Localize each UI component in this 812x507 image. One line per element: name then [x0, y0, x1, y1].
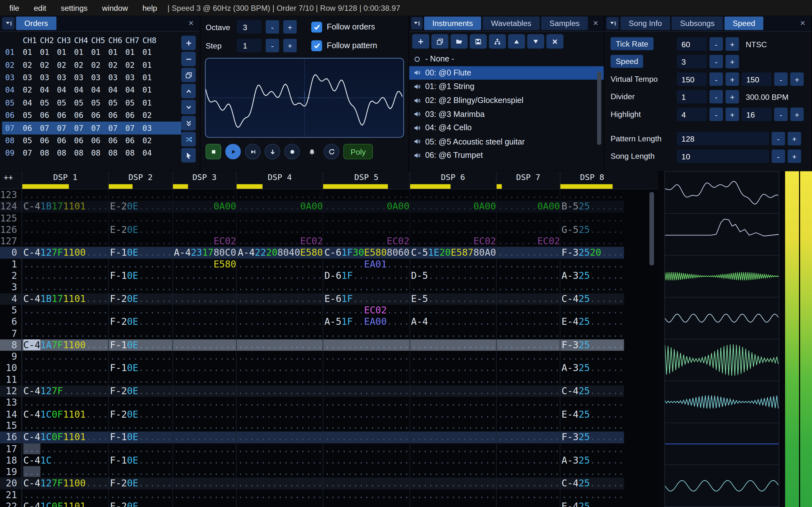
- order-cell[interactable]: 04: [74, 86, 91, 95]
- order-cell[interactable]: 01: [108, 48, 125, 57]
- order-cell[interactable]: 03: [108, 73, 125, 82]
- pattern-cell[interactable]: ...............: [236, 282, 323, 293]
- channel-header[interactable]: DSP 8: [560, 171, 624, 189]
- pattern-row[interactable]: 19......................................…: [0, 466, 624, 477]
- menu-item-file[interactable]: file: [2, 3, 27, 12]
- poly-toggle-button[interactable]: Poly: [343, 144, 373, 159]
- octave-increment-button[interactable]: +: [283, 20, 297, 34]
- pattern-cell[interactable]: C-41C..........: [22, 455, 108, 466]
- pattern-cell[interactable]: F-20E......: [108, 478, 172, 489]
- pattern-cell[interactable]: ...............: [409, 339, 496, 351]
- instrument-move-down-button[interactable]: [527, 34, 544, 49]
- pattern-cell[interactable]: ...............: [409, 432, 496, 443]
- pattern-cell[interactable]: ...............: [323, 489, 409, 501]
- pattern-cell[interactable]: ...........: [560, 397, 624, 408]
- order-cell[interactable]: 02: [23, 86, 40, 95]
- pattern-cell[interactable]: E-425......: [560, 316, 624, 328]
- pattern-row[interactable]: 13......................................…: [0, 397, 624, 408]
- order-row[interactable]: 010101010101010101: [2, 46, 182, 59]
- pattern-row[interactable]: 8C-41A7F1100....F-10E...................…: [0, 339, 624, 351]
- tab-orders[interactable]: Orders: [16, 16, 56, 30]
- pattern-cell[interactable]: ...............: [236, 432, 323, 443]
- octave-decrement-button[interactable]: -: [266, 20, 279, 34]
- pattern-row[interactable]: 3.......................................…: [0, 282, 624, 293]
- pattern-cell[interactable]: ...........: [496, 466, 560, 477]
- pattern-cell[interactable]: ...............: [323, 455, 409, 466]
- pattern-cell[interactable]: ...............: [236, 478, 323, 489]
- pattern-cell[interactable]: ...............: [22, 351, 108, 362]
- order-cell[interactable]: 02: [142, 136, 159, 145]
- pattern-cell[interactable]: ...........: [172, 282, 236, 293]
- channel-header[interactable]: DSP 7: [496, 171, 560, 189]
- pattern-cell[interactable]: F-10E......: [108, 339, 172, 351]
- pattern-cell[interactable]: ...............: [409, 478, 496, 489]
- order-cell[interactable]: 08: [74, 149, 91, 158]
- pattern-cell[interactable]: F-10E......: [108, 270, 172, 281]
- pattern-cell[interactable]: C-425......: [560, 478, 624, 489]
- pattern-cell[interactable]: ...............: [22, 305, 108, 316]
- pattern-cell[interactable]: F-325......: [560, 432, 624, 443]
- pattern-cell[interactable]: ...............: [236, 339, 323, 351]
- panel-menu-icon[interactable]: [606, 17, 619, 30]
- order-cell[interactable]: 05: [40, 98, 57, 107]
- pattern-cell[interactable]: C-4127F1100....: [22, 478, 108, 489]
- song-length-increment-button[interactable]: +: [788, 150, 801, 163]
- highlight-increment-button[interactable]: +: [725, 108, 739, 121]
- pattern-cell[interactable]: F-20E......: [108, 293, 172, 304]
- pattern-cell[interactable]: ...........: [172, 351, 236, 362]
- pattern-cell[interactable]: ...........: [560, 235, 624, 247]
- pattern-cell[interactable]: ...............: [323, 212, 409, 224]
- order-cell[interactable]: 05: [57, 98, 74, 107]
- order-cell[interactable]: 05: [108, 98, 125, 107]
- pattern-cell[interactable]: ...........: [560, 443, 624, 454]
- order-cell[interactable]: 06: [74, 111, 91, 120]
- order-cell[interactable]: 02: [23, 60, 40, 69]
- pattern-cell[interactable]: ...............: [22, 443, 108, 454]
- follow-pattern-checkbox[interactable]: Follow pattern: [311, 40, 377, 51]
- divider-increment-button[interactable]: +: [725, 90, 739, 103]
- pattern-cell[interactable]: ...........: [108, 351, 172, 362]
- pattern-cell[interactable]: ...............: [22, 282, 108, 293]
- tab-song-info[interactable]: Song Info: [620, 16, 670, 30]
- order-cell[interactable]: 03: [57, 73, 74, 82]
- pattern-cell[interactable]: ...........: [496, 316, 560, 328]
- pattern-cell[interactable]: ...........: [496, 282, 560, 293]
- pattern-cell[interactable]: F-32520....: [560, 247, 624, 259]
- pattern-cell[interactable]: ...........: [496, 501, 560, 507]
- tab-speed[interactable]: Speed: [724, 16, 763, 30]
- order-cell[interactable]: 01: [91, 48, 108, 57]
- pattern-cell[interactable]: ...........: [496, 212, 560, 224]
- pattern-cell[interactable]: ...............: [22, 316, 108, 328]
- pattern-row[interactable]: 12C-4127F........F-20E..................…: [0, 385, 624, 397]
- instrument-item[interactable]: 05: @5 Acoustic steel guitar: [409, 135, 604, 148]
- orders-remove-button[interactable]: [181, 52, 196, 66]
- order-cell[interactable]: 04: [125, 86, 142, 95]
- order-cell[interactable]: 03: [74, 73, 91, 82]
- pattern-cell[interactable]: ...............: [22, 189, 108, 201]
- pattern-cell[interactable]: ...............: [22, 374, 108, 385]
- order-cell[interactable]: 08: [125, 149, 142, 158]
- pattern-cell[interactable]: ...........: [108, 259, 172, 270]
- pattern-cell[interactable]: ...........0A00: [236, 201, 323, 212]
- order-cell[interactable]: 03: [142, 123, 159, 132]
- order-cell[interactable]: 02: [40, 60, 57, 69]
- pattern-cell[interactable]: ...............: [236, 224, 323, 235]
- order-cell[interactable]: 08: [91, 149, 108, 158]
- order-cell[interactable]: 07: [23, 149, 40, 158]
- pattern-row[interactable]: 124C-41B171101....E-20E.............0A00…: [0, 201, 624, 212]
- virtual-tempo-value[interactable]: 150: [677, 72, 707, 86]
- pattern-row[interactable]: 21......................................…: [0, 489, 624, 501]
- close-icon[interactable]: ×: [590, 18, 602, 29]
- tick-rate-value[interactable]: 60: [677, 38, 707, 51]
- pattern-cell[interactable]: .......E580: [172, 259, 236, 270]
- pattern-row[interactable]: 14C-41C0F1101....F-20E..................…: [0, 408, 624, 420]
- pattern-cell[interactable]: ...........: [172, 362, 236, 374]
- pattern-cell[interactable]: ...........0A00: [323, 201, 409, 212]
- pattern-cell[interactable]: ...............: [323, 385, 409, 397]
- pattern-row[interactable]: 20C-4127F1100....F-20E..................…: [0, 478, 624, 489]
- pattern-cell[interactable]: ...........: [172, 189, 236, 201]
- pattern-cell[interactable]: ...........: [172, 212, 236, 224]
- pattern-expand-button[interactable]: ++: [0, 171, 22, 189]
- step-row-button[interactable]: [264, 144, 280, 159]
- pattern-cell[interactable]: ...............: [323, 282, 409, 293]
